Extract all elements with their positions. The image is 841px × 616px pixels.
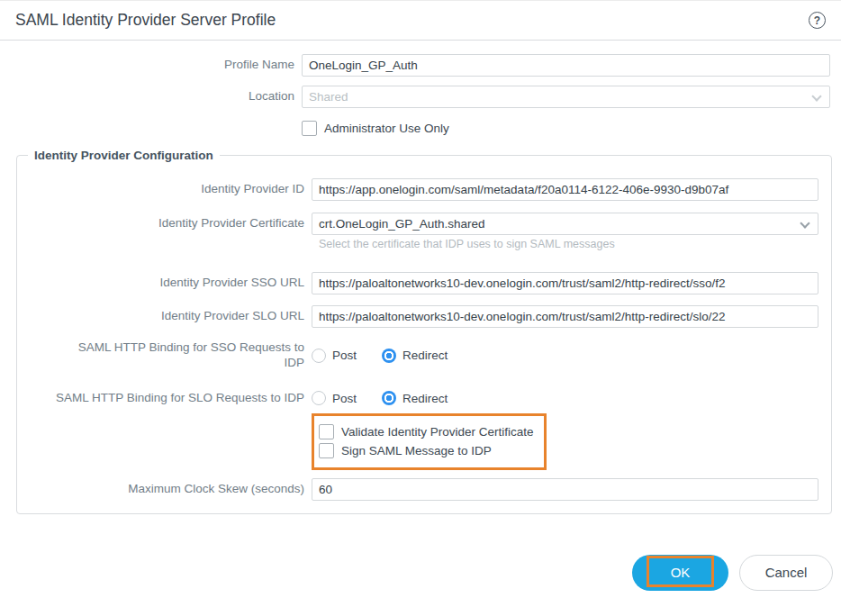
idp-configuration-legend: Identity Provider Configuration	[28, 149, 220, 162]
admin-use-only-row: Administrator Use Only	[0, 121, 841, 136]
help-icon[interactable]: ?	[809, 12, 826, 29]
sign-saml-message-checkbox[interactable]	[319, 443, 334, 458]
sso-binding-row: SAML HTTP Binding for SSO Requests to ID…	[17, 340, 825, 371]
dialog-header: SAML Identity Provider Server Profile ?	[0, 1, 841, 41]
validate-idp-cert-label: Validate Identity Provider Certificate	[341, 425, 534, 439]
saml-idp-profile-dialog: SAML Identity Provider Server Profile ? …	[0, 0, 841, 616]
max-clock-skew-label: Maximum Clock Skew (seconds)	[17, 482, 312, 497]
chevron-down-icon	[811, 91, 821, 101]
idp-certificate-hint: Select the certificate that IDP uses to …	[312, 238, 818, 250]
admin-use-only-label: Administrator Use Only	[324, 122, 449, 135]
idp-configuration-section: Identity Provider Configuration Identity…	[16, 149, 832, 514]
slo-binding-redirect-radio[interactable]	[382, 391, 396, 405]
sso-binding-post-radio[interactable]	[312, 349, 326, 363]
validate-idp-cert-checkbox[interactable]	[319, 424, 334, 439]
slo-binding-redirect-label: Redirect	[402, 392, 448, 405]
chevron-down-icon	[800, 218, 809, 228]
dialog-footer: OK Cancel	[0, 555, 833, 591]
validate-idp-cert-row: Validate Identity Provider Certificate	[319, 424, 534, 439]
sso-url-row: Identity Provider SSO URL	[17, 272, 825, 294]
max-clock-skew-row: Maximum Clock Skew (seconds)	[17, 478, 825, 501]
cancel-button[interactable]: Cancel	[739, 555, 833, 591]
slo-url-input[interactable]	[312, 305, 818, 328]
slo-binding-row: SAML HTTP Binding for SLO Requests to ID…	[17, 391, 825, 406]
idp-id-input[interactable]	[312, 178, 818, 201]
slo-binding-label: SAML HTTP Binding for SLO Requests to ID…	[17, 391, 312, 406]
location-value: Shared	[309, 90, 348, 104]
idp-certificate-label: Identity Provider Certificate	[17, 216, 312, 231]
sso-binding-post-label: Post	[332, 349, 357, 362]
slo-url-row: Identity Provider SLO URL	[17, 305, 825, 328]
cancel-button-label: Cancel	[765, 565, 808, 580]
idp-id-label: Identity Provider ID	[17, 182, 312, 197]
profile-name-row: Profile Name	[0, 54, 841, 77]
location-select: Shared	[302, 86, 830, 108]
profile-name-label: Profile Name	[0, 58, 302, 73]
slo-binding-post-label: Post	[332, 392, 357, 405]
sign-saml-message-row: Sign SAML Message to IDP	[319, 443, 534, 458]
idp-certificate-row: Identity Provider Certificate crt.OneLog…	[17, 213, 825, 235]
idp-certificate-value: crt.OneLogin_GP_Auth.shared	[319, 217, 485, 231]
ok-button-label: OK	[671, 565, 691, 580]
slo-url-label: Identity Provider SLO URL	[17, 309, 312, 324]
admin-use-only-checkbox[interactable]	[302, 121, 317, 136]
idp-id-row: Identity Provider ID	[17, 178, 825, 201]
location-row: Location Shared	[0, 86, 841, 108]
sso-url-label: Identity Provider SSO URL	[17, 276, 312, 291]
profile-name-input[interactable]	[302, 54, 830, 77]
orange-highlight-box: Validate Identity Provider Certificate S…	[312, 413, 547, 470]
idp-certificate-select[interactable]: crt.OneLogin_GP_Auth.shared	[312, 213, 818, 235]
location-label: Location	[0, 89, 302, 104]
sign-saml-message-label: Sign SAML Message to IDP	[341, 444, 492, 457]
highlighted-checkboxes-row: Validate Identity Provider Certificate S…	[17, 413, 825, 470]
slo-binding-post-radio[interactable]	[312, 391, 326, 405]
max-clock-skew-input[interactable]	[312, 478, 818, 501]
sso-binding-redirect-label: Redirect	[402, 349, 448, 362]
ok-button[interactable]: OK	[632, 555, 728, 591]
sso-binding-label: SAML HTTP Binding for SSO Requests to ID…	[77, 340, 304, 371]
sso-url-input[interactable]	[312, 272, 818, 294]
dialog-title: SAML Identity Provider Server Profile	[15, 11, 276, 30]
sso-binding-redirect-radio[interactable]	[382, 349, 396, 363]
